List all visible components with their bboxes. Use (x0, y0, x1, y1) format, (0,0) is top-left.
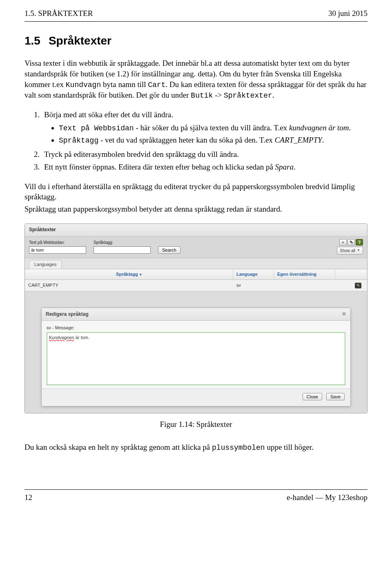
header-section: 1.5. SPRÅKTEXTER (24, 8, 93, 19)
figure-caption: Figur 1.14: Språktexter (24, 419, 368, 430)
intro-paragraph: Vissa texter i din webbutik är språktagg… (24, 58, 368, 100)
chevron-down-icon: ▼ (357, 248, 360, 253)
after-p1: Vill du i efterhand återställa en språkt… (24, 181, 368, 202)
cell-tag: CART_EMPTY (25, 280, 233, 291)
wrench-icon[interactable]: ✎ (347, 239, 355, 246)
close-button[interactable]: Close (303, 393, 322, 400)
after-p2: Språktagg utan papperskorgssymbol betyde… (24, 204, 368, 214)
search-button[interactable]: Search (158, 246, 180, 254)
col-egen-oversattning[interactable]: Egen översättning (274, 269, 335, 279)
help-icon[interactable]: ? (356, 239, 363, 246)
input-text-pa-webbsidan[interactable] (29, 246, 86, 254)
search-bar: Text på Webbsidan: Språktagg: Search + ✎… (25, 237, 367, 259)
close-icon[interactable]: ✕ (342, 310, 346, 318)
cell-lang: sv (233, 280, 274, 291)
section-number: 1.5 (24, 34, 40, 47)
save-button[interactable]: Save (326, 393, 345, 400)
section-title-text: Språktexter (49, 34, 111, 47)
app-window: Språktexter Text på Webbsidan: Språktagg… (24, 223, 368, 414)
table-row[interactable]: CART_EMPTY sv ✎ (25, 280, 367, 291)
app-title: Språktexter (25, 224, 367, 237)
bullet-text-pa-webbsidan: Text på Webbsidan - här söker du på själ… (59, 123, 368, 133)
footer-text: e-handel — My 123eshop (287, 492, 368, 503)
show-all-button[interactable]: Show all ▼ (337, 247, 363, 255)
bullet-spraktagg: Språktagg - vet du vad språktaggen heter… (59, 135, 368, 145)
modal-field-label: sv - Message: (47, 325, 345, 331)
header-date: 30 juni 2015 (328, 8, 368, 19)
section-heading: 1.5Språktexter (24, 33, 368, 49)
label-text-pa-webbsidan: Text på Webbsidan: (29, 240, 86, 246)
edit-icon[interactable]: ✎ (355, 283, 361, 288)
step-2: Tryck på editerasymbolen bredvid den spr… (42, 149, 368, 160)
figure-spraktexter: Språktexter Text på Webbsidan: Språktagg… (24, 223, 368, 430)
modal-textarea[interactable]: Kundvagnen är tom. (47, 332, 345, 385)
column-headers: Språktagg▾ Language Egen översättning (25, 269, 367, 280)
step-3: Ett nytt fönster öppnas. Editera där tex… (42, 162, 368, 172)
col-language[interactable]: Language (233, 269, 274, 279)
modal-redigera-spraktag: Redigera språktag ✕ sv - Message: Kundva… (41, 308, 351, 406)
tab-languages[interactable]: Languages (29, 260, 62, 269)
label-spraktagg: Språktagg: (94, 240, 151, 246)
tab-row: Languages (25, 258, 367, 269)
col-spraktagg[interactable]: Språktagg▾ (25, 269, 233, 279)
input-spraktagg[interactable] (94, 246, 151, 254)
footer-rule (24, 489, 368, 490)
header-rule (24, 21, 368, 22)
page-number: 12 (24, 492, 32, 503)
step-1: Börja med att söka efter det du vill änd… (42, 109, 368, 145)
steps-list: Börja med att söka efter det du vill änd… (42, 109, 368, 172)
sort-icon: ▾ (140, 272, 142, 277)
modal-title: Redigera språktag (46, 311, 89, 317)
bottom-paragraph: Du kan också skapa en helt ny språktag g… (24, 442, 368, 453)
plus-icon[interactable]: + (339, 239, 347, 246)
